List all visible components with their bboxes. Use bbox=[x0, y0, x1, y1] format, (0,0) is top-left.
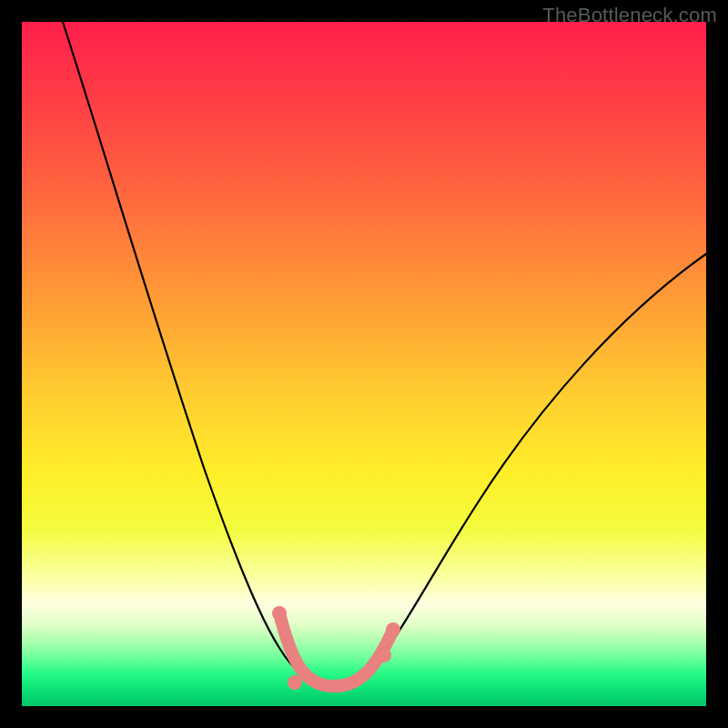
highlight-dot-bottom-left bbox=[288, 675, 302, 690]
bottleneck-curve-svg bbox=[22, 22, 706, 706]
bottleneck-curve bbox=[63, 22, 706, 686]
highlight-dot-end bbox=[386, 622, 400, 637]
highlight-dot-right-inner bbox=[377, 648, 391, 662]
chart-plot-area bbox=[22, 22, 706, 706]
highlight-near-optimal bbox=[279, 613, 393, 686]
